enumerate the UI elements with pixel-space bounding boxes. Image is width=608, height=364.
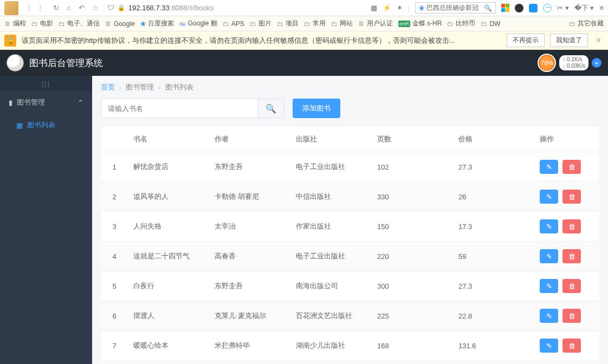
bookmark-item[interactable]: 🗀常用 [304, 19, 326, 28]
bookmark-item[interactable]: 🗀网站 [331, 19, 353, 28]
edit-icon: ✎ [546, 193, 552, 201]
bookmark-item[interactable]: 🗀比特币 [447, 19, 475, 28]
bookmark-item[interactable]: 🗀APS [223, 20, 244, 28]
security-warning-text: 该页面采用不加密的http传输协议，与你建立的连接不安全，请勿在页面内输入任何敏… [22, 36, 501, 46]
cell-price: 27.3 [453, 275, 534, 298]
breadcrumb-l2: 图书列表 [165, 82, 193, 92]
user-avatar[interactable] [7, 54, 24, 72]
delete-button[interactable]: 🗑 [562, 339, 581, 353]
bookmark-item[interactable]: ❀百度搜索 [140, 19, 174, 28]
ext-icon-minus[interactable]: − [543, 4, 552, 12]
reload-icon[interactable]: ↻ [53, 4, 59, 12]
table-row: 5白夜行东野圭吾南海出版公司30027.3✎🗑 [101, 271, 599, 301]
cell-price: 131.6 [453, 334, 534, 358]
folder-icon: ▮ [9, 99, 12, 107]
bookmark-item[interactable]: 🗎Google [105, 20, 135, 28]
cell-author: 高春香 [209, 244, 290, 269]
ext-icon-dark[interactable] [515, 4, 523, 12]
cell-name: 这就是二十四节气 [128, 244, 209, 269]
cell-index: 4 [101, 245, 128, 268]
cell-pages: 220 [372, 245, 453, 268]
back-icon[interactable]: 〈 [24, 3, 31, 13]
cell-publisher: 百花洲文艺出版社 [290, 303, 372, 328]
ext-icon-blue[interactable] [529, 4, 538, 12]
delete-button[interactable]: 🗑 [562, 160, 581, 174]
chevron-right-icon: › [158, 83, 160, 92]
edit-button[interactable]: ✎ [540, 339, 558, 353]
star-icon[interactable]: ☆ [92, 4, 99, 12]
bookmark-item[interactable]: 🗎编程 [4, 19, 26, 28]
edit-button[interactable]: ✎ [540, 160, 558, 174]
add-book-button[interactable]: 添加图书 [293, 99, 340, 118]
cell-name: 人间失格 [128, 214, 209, 239]
delete-button[interactable]: 🗑 [562, 279, 581, 293]
microsoft-icon[interactable] [501, 4, 509, 12]
bookmark-label: 常用 [313, 19, 326, 28]
forward-icon[interactable]: 〉 [38, 3, 46, 13]
home-icon[interactable]: ⌂ [67, 4, 71, 12]
edit-button[interactable]: ✎ [540, 190, 558, 204]
search-input[interactable] [101, 99, 258, 118]
address-bar[interactable]: 🛡︎ 🔒 192.168.7.33:8088/#/books [107, 4, 214, 12]
bookmark-item[interactable]: 🗀电子、通信 [59, 19, 100, 28]
cell-publisher: 南海出版公司 [290, 274, 372, 298]
trash-icon: 🗑 [568, 312, 575, 320]
menu-icon[interactable]: ≡ [599, 4, 604, 12]
bookmark-other[interactable]: 🗀其它收藏 [569, 19, 604, 28]
table-row: 1解忧杂货店东野圭吾电子工业出版社10227.3✎🗑 [101, 152, 599, 182]
edit-button[interactable]: ✎ [540, 279, 558, 293]
download-icon[interactable]: �下 ▾ [574, 3, 594, 13]
delete-button[interactable]: 🗑 [562, 190, 581, 204]
browser-search[interactable]: ❀ 巴西总统确诊新冠 🔍 [415, 2, 496, 14]
cell-author: 卡勒德·胡赛尼 [209, 184, 290, 209]
chevron-down-icon: ⌃ [77, 99, 83, 107]
cell-name: 暖暖心绘本 [128, 333, 209, 358]
delete-button[interactable]: 🗑 [562, 249, 581, 263]
search-button[interactable]: 🔍 [258, 99, 284, 118]
close-icon[interactable]: ✕ [593, 36, 604, 44]
acknowledge-button[interactable]: 我知道了 [550, 34, 588, 47]
delete-button[interactable]: 🗑 [562, 219, 581, 233]
cell-pages: 150 [372, 215, 453, 238]
bookmark-item[interactable]: 🗀项目 [277, 19, 299, 28]
scissors-icon[interactable]: ✂ ▾ [557, 4, 569, 12]
sidebar-collapse[interactable]: ||| [0, 76, 92, 91]
browser-search-placeholder: 巴西总统确诊新冠 [426, 3, 478, 12]
sidebar-item-book-list[interactable]: ▦ 图书列表 [0, 114, 92, 136]
trash-icon: 🗑 [568, 252, 575, 261]
breadcrumb-home[interactable]: 首页 [101, 82, 115, 92]
edit-button[interactable]: ✎ [540, 309, 558, 323]
sidebar-item-books[interactable]: ▮ 图书管理 ⌃ [0, 91, 92, 114]
cell-name: 白夜行 [128, 274, 209, 298]
table-row: 3人间失格太宰治作家出版社15017.3✎🗑 [101, 212, 599, 242]
folder-icon: 🗀 [331, 20, 338, 28]
bookmark-item[interactable]: 🗀DW [481, 20, 500, 28]
bookmark-label: APS [231, 20, 244, 28]
th-name: 书名 [128, 127, 209, 152]
undo-icon[interactable]: ↶ [79, 4, 85, 12]
folder-icon: 🗀 [481, 20, 487, 28]
qr-icon[interactable]: ▦ [371, 4, 377, 12]
content-area: 首页 › 图书管理 › 图书列表 🔍 添加图书 书名 作者 [92, 76, 608, 364]
bookmark-item[interactable]: 🗎用户认证 [358, 19, 393, 28]
speed-widget[interactable]: 78% 0.1K/s 0.03K/s + [538, 54, 601, 72]
profile-avatar[interactable] [4, 1, 18, 15]
plus-icon[interactable]: + [592, 58, 601, 68]
folder-icon: 🗀 [31, 20, 38, 28]
bookmark-item[interactable]: 🗀电影 [31, 19, 53, 28]
edit-icon: ✎ [546, 252, 552, 261]
bookmark-item[interactable]: 🗀图片 [250, 19, 271, 28]
ext-star-icon[interactable]: ✶ [397, 4, 403, 12]
bookmark-item[interactable]: 🗛Google 翻 [179, 19, 217, 28]
table-row: 2追风筝的人卡勒德·胡赛尼中信出版社33026✎🗑 [101, 182, 599, 212]
bookmark-label: 图片 [258, 19, 271, 28]
folder-icon: 🗀 [304, 20, 311, 28]
flash-icon[interactable]: ⚡ [383, 4, 391, 12]
delete-button[interactable]: 🗑 [562, 309, 581, 323]
dismiss-button[interactable]: 不再提示 [507, 34, 545, 47]
cell-operation: ✎🗑 [534, 361, 599, 364]
edit-button[interactable]: ✎ [540, 219, 558, 233]
ehr-icon: eHR [398, 21, 410, 27]
bookmark-item[interactable]: eHR金蝶 s-HR [398, 19, 442, 28]
edit-button[interactable]: ✎ [540, 249, 558, 263]
